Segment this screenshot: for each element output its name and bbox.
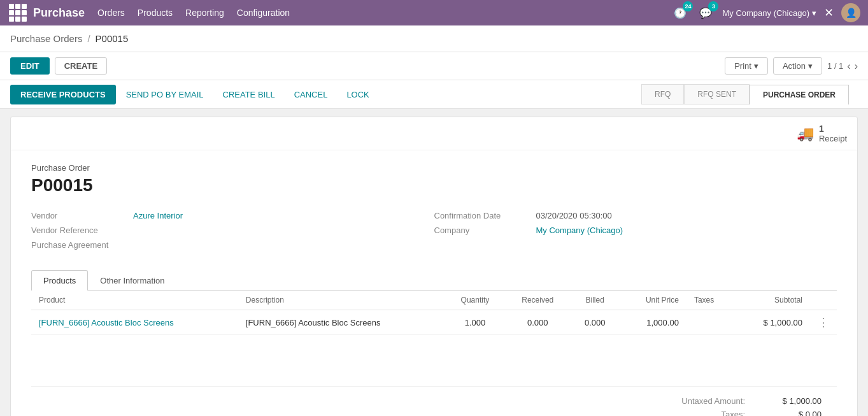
vendor-ref-label: Vendor Reference xyxy=(31,226,133,235)
row-product: [FURN_6666] Acoustic Bloc Screens xyxy=(31,310,238,335)
close-button[interactable]: ✕ xyxy=(824,6,834,20)
col-product: Product xyxy=(31,290,238,310)
receipt-badge[interactable]: 🚚 1 Receipt xyxy=(797,124,847,143)
vendor-ref-field-row: Vendor Reference xyxy=(31,226,434,235)
tabs: Products Other Information xyxy=(31,270,837,290)
nav-reporting[interactable]: Reporting xyxy=(185,5,224,20)
po-card: 🚚 1 Receipt Purchase Order P00015 Vendor… xyxy=(10,117,858,416)
cancel-button[interactable]: CANCEL xyxy=(285,85,337,104)
step-purchase-order[interactable]: PURCHASE ORDER xyxy=(750,85,849,104)
company-value[interactable]: My Company (Chicago) xyxy=(536,226,623,235)
row-actions[interactable]: ⋮ xyxy=(810,310,837,335)
row-unit-price: 1,000.00 xyxy=(620,310,687,335)
print-label: Print xyxy=(734,61,751,71)
company-selector[interactable]: My Company (Chicago) ▾ xyxy=(722,8,816,18)
row-quantity: 1.000 xyxy=(445,310,506,335)
po-body: Purchase Order P00015 Vendor Azure Inter… xyxy=(11,150,857,416)
po-fields-left: Vendor Azure Interior Vendor Reference P… xyxy=(31,211,434,255)
company-dropdown-icon: ▾ xyxy=(812,8,816,18)
notifications-icon-wrap[interactable]: 🕐 24 xyxy=(671,4,689,22)
purchase-agreement-field-row: Purchase Agreement xyxy=(31,240,434,250)
breadcrumb-current: P00015 xyxy=(96,33,129,44)
po-fields-right: Confirmation Date 03/20/2020 05:30:00 Co… xyxy=(434,211,837,255)
row-received: 0.000 xyxy=(505,310,570,335)
edit-button[interactable]: EDIT xyxy=(10,57,50,75)
print-dropdown-icon: ▾ xyxy=(754,61,758,71)
nav-orders[interactable]: Orders xyxy=(97,5,125,20)
page-navigation: 1 / 1 ‹ › xyxy=(827,61,858,72)
truck-icon: 🚚 xyxy=(797,126,814,142)
tab-other-information[interactable]: Other Information xyxy=(88,270,176,290)
col-quantity: Quantity xyxy=(445,290,506,310)
taxes-value: $ 0.00 xyxy=(771,410,822,416)
breadcrumb-separator: / xyxy=(87,33,90,44)
po-card-header: 🚚 1 Receipt xyxy=(11,117,857,150)
confirmation-date-label: Confirmation Date xyxy=(434,211,536,220)
action-label: Action xyxy=(783,61,806,71)
vendor-label: Vendor xyxy=(31,211,133,220)
untaxed-value: $ 1,000.00 xyxy=(771,396,822,406)
row-billed: 0.000 xyxy=(570,310,620,335)
untaxed-total-row: Untaxed Amount: $ 1,000.00 xyxy=(656,394,822,408)
company-field-row: Company My Company (Chicago) xyxy=(434,226,837,235)
row-description: [FURN_6666] Acoustic Bloc Screens xyxy=(238,310,445,335)
company-label: Company xyxy=(434,226,536,235)
app-name: Purchase xyxy=(33,6,85,20)
create-button[interactable]: CREATE xyxy=(55,57,107,75)
avatar[interactable]: 👤 xyxy=(841,3,860,22)
action-button[interactable]: Action ▾ xyxy=(773,57,822,75)
breadcrumb-parent[interactable]: Purchase Orders xyxy=(10,33,82,44)
receipt-label: Receipt xyxy=(819,134,847,143)
create-bill-button[interactable]: CREATE BILL xyxy=(214,85,284,104)
confirmation-date-value: 03/20/2020 05:30:00 xyxy=(536,211,612,220)
step-rfq-sent[interactable]: RFQ SENT xyxy=(684,84,750,104)
row-subtotal: $ 1,000.00 xyxy=(735,310,810,335)
col-unit-price: Unit Price xyxy=(620,290,687,310)
tab-products[interactable]: Products xyxy=(31,270,88,290)
company-name: My Company (Chicago) xyxy=(722,8,809,18)
message-badge: 3 xyxy=(708,1,718,11)
step-rfq[interactable]: RFQ xyxy=(641,84,684,104)
lock-button[interactable]: LOCK xyxy=(338,85,378,104)
nav-products[interactable]: Products xyxy=(138,5,173,20)
receipt-count: 1 xyxy=(819,124,847,134)
col-subtotal: Subtotal xyxy=(735,290,810,310)
po-number: P00015 xyxy=(31,175,837,196)
vendor-field-row: Vendor Azure Interior xyxy=(31,211,434,220)
next-page-button[interactable]: › xyxy=(855,61,858,72)
taxes-total-row: Taxes: $ 0.00 xyxy=(656,408,822,416)
nav-configuration[interactable]: Configuration xyxy=(237,5,290,20)
table-row: [FURN_6666] Acoustic Bloc Screens [FURN_… xyxy=(31,310,837,335)
receive-products-button[interactable]: RECEIVE PRODUCTS xyxy=(10,85,116,104)
app-grid-icon[interactable] xyxy=(8,3,28,23)
vendor-value[interactable]: Azure Interior xyxy=(133,211,183,220)
po-label: Purchase Order xyxy=(31,163,837,173)
navbar-right: 🕐 24 💬 3 My Company (Chicago) ▾ ✕ 👤 xyxy=(671,3,860,22)
totals-table: Untaxed Amount: $ 1,000.00 Taxes: $ 0.00 xyxy=(656,394,822,416)
grid-dots xyxy=(9,4,27,22)
status-steps: RFQ RFQ SENT PURCHASE ORDER xyxy=(641,84,849,104)
action-bar: EDIT CREATE Print ▾ Action ▾ 1 / 1 ‹ › xyxy=(0,52,868,80)
navbar-menu: Orders Products Reporting Configuration xyxy=(97,5,671,20)
action-dropdown-icon: ▾ xyxy=(808,61,813,71)
col-received: Received xyxy=(505,290,570,310)
messages-icon-wrap[interactable]: 💬 3 xyxy=(697,4,715,22)
status-bar: RECEIVE PRODUCTS SEND PO BY EMAIL CREATE… xyxy=(0,80,868,109)
untaxed-label: Untaxed Amount: xyxy=(656,396,745,406)
print-button[interactable]: Print ▾ xyxy=(725,57,768,75)
products-table: Product Description Quantity Received Bi… xyxy=(31,290,837,335)
page-info: 1 / 1 xyxy=(827,61,843,71)
confirmation-date-field-row: Confirmation Date 03/20/2020 05:30:00 xyxy=(434,211,837,220)
col-actions xyxy=(810,290,837,310)
send-po-button[interactable]: SEND PO BY EMAIL xyxy=(117,85,213,104)
col-description: Description xyxy=(238,290,445,310)
po-fields: Vendor Azure Interior Vendor Reference P… xyxy=(31,211,837,255)
product-link[interactable]: [FURN_6666] Acoustic Bloc Screens xyxy=(39,318,174,327)
prev-page-button[interactable]: ‹ xyxy=(847,61,850,72)
purchase-agreement-label: Purchase Agreement xyxy=(31,240,133,250)
col-taxes: Taxes xyxy=(687,290,735,310)
main-content: 🚚 1 Receipt Purchase Order P00015 Vendor… xyxy=(0,109,868,416)
col-billed: Billed xyxy=(570,290,620,310)
row-taxes xyxy=(687,310,735,335)
row-kebab-icon[interactable]: ⋮ xyxy=(818,316,829,329)
